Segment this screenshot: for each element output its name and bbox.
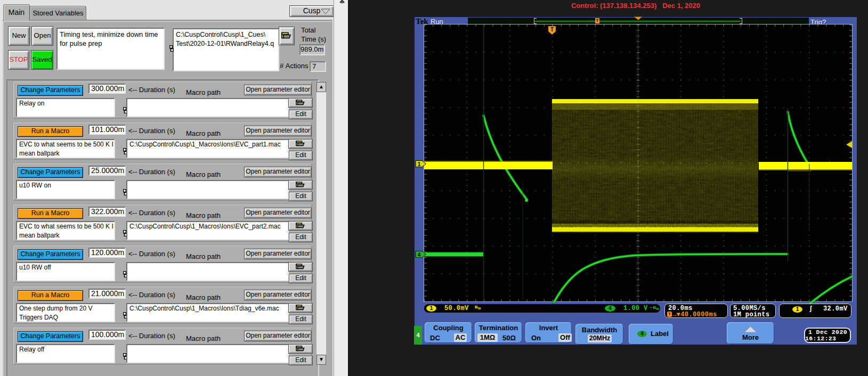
svg-text:1: 1 bbox=[418, 161, 421, 167]
svg-text:T: T bbox=[550, 27, 554, 32]
svg-text:4: 4 bbox=[418, 252, 421, 258]
